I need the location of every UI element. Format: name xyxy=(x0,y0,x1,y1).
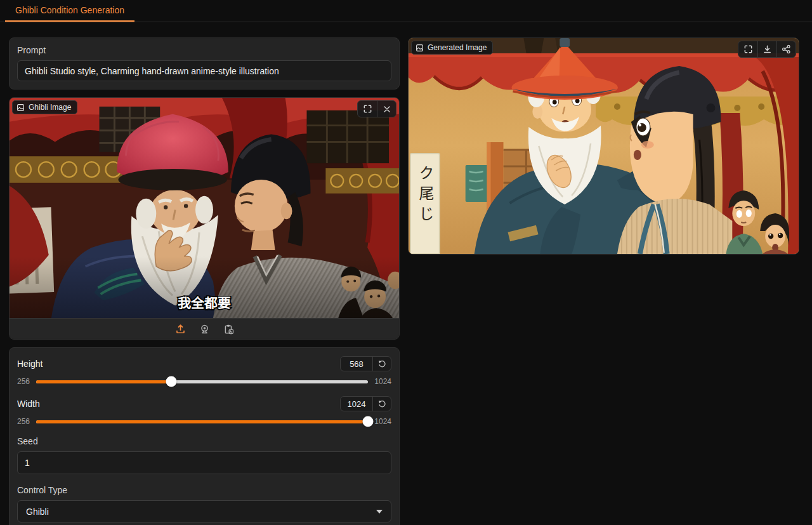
width-slider-track[interactable] xyxy=(36,420,368,423)
height-value-input[interactable] xyxy=(341,357,372,371)
width-slider-thumb[interactable] xyxy=(363,416,374,427)
fullscreen-button[interactable] xyxy=(738,41,757,57)
control-type-dropdown[interactable]: Ghibli xyxy=(17,500,391,522)
width-label: Width xyxy=(17,399,40,409)
ghibli-image-panel: 我全都要 Ghibli Image xyxy=(9,97,400,340)
share-icon xyxy=(782,44,791,54)
width-value-input[interactable] xyxy=(341,397,372,411)
height-reset-button[interactable] xyxy=(372,357,391,371)
ghibli-image-controls xyxy=(357,100,396,117)
upload-icon xyxy=(175,324,186,335)
prompt-input[interactable] xyxy=(17,60,391,81)
fullscreen-icon xyxy=(743,44,753,54)
share-button[interactable] xyxy=(776,41,796,57)
fullscreen-icon xyxy=(363,104,372,114)
generated-image-panel: ク尾じ xyxy=(408,37,799,255)
height-slider-group: Height 256 xyxy=(17,356,391,387)
webcam-icon xyxy=(199,324,210,335)
prompt-panel: Prompt xyxy=(9,37,400,90)
fullscreen-button[interactable] xyxy=(358,101,377,117)
generated-image[interactable]: ク尾じ xyxy=(409,38,799,254)
height-max-label: 1024 xyxy=(374,377,391,386)
height-numbox xyxy=(340,356,391,371)
generated-image-badge: Generated Image xyxy=(411,41,493,55)
height-slider-fill xyxy=(36,380,171,383)
subtitle-text: 我全都要 xyxy=(178,296,231,311)
upload-button[interactable] xyxy=(171,321,189,336)
right-column: ク尾じ xyxy=(408,37,799,255)
main-layout: Prompt xyxy=(0,22,812,525)
width-slider-fill xyxy=(36,420,368,423)
download-icon xyxy=(763,44,772,54)
tab-label: Ghibli Condition Generation xyxy=(15,5,124,15)
image-icon xyxy=(16,103,25,112)
generated-image-controls xyxy=(738,41,796,58)
height-slider-track[interactable] xyxy=(36,380,368,383)
seed-label: Seed xyxy=(17,436,391,446)
tab-ghibli-condition-generation[interactable]: Ghibli Condition Generation xyxy=(5,0,134,22)
ghibli-image-artwork: 我全都要 xyxy=(10,98,399,318)
close-button[interactable] xyxy=(377,101,396,117)
generated-image-artwork: ク尾じ xyxy=(409,38,799,254)
width-max-label: 1024 xyxy=(374,417,391,426)
control-type-value: Ghibli xyxy=(26,507,49,517)
seed-group: Seed xyxy=(17,436,391,474)
download-button[interactable] xyxy=(757,41,776,57)
width-slider-group: Width 256 xyxy=(17,396,391,427)
left-column: Prompt xyxy=(9,37,400,525)
height-min-label: 256 xyxy=(17,377,30,386)
generated-image-badge-label: Generated Image xyxy=(428,43,487,52)
close-icon xyxy=(383,105,391,114)
ghibli-image[interactable]: 我全都要 Ghibli Image xyxy=(10,98,399,318)
control-type-group: Control Type Ghibli xyxy=(17,485,391,522)
width-min-label: 256 xyxy=(17,417,30,426)
paste-image-icon xyxy=(223,324,234,335)
image-icon xyxy=(416,44,424,52)
width-reset-button[interactable] xyxy=(372,397,391,411)
width-numbox xyxy=(340,396,391,411)
control-type-label: Control Type xyxy=(17,485,391,495)
chevron-down-icon xyxy=(376,510,383,514)
settings-panel: Height 256 xyxy=(9,347,400,525)
reset-icon xyxy=(378,360,386,368)
height-slider-thumb[interactable] xyxy=(166,376,176,387)
ghibli-image-badge-label: Ghibli Image xyxy=(29,103,71,112)
seed-input[interactable] xyxy=(17,451,391,474)
reset-icon xyxy=(378,400,386,408)
tab-bar: Ghibli Condition Generation xyxy=(0,0,812,22)
paste-image-button[interactable] xyxy=(219,321,237,336)
height-label: Height xyxy=(17,359,43,369)
prompt-label: Prompt xyxy=(17,45,391,55)
image-source-toolbar xyxy=(10,318,399,339)
ghibli-image-badge: Ghibli Image xyxy=(12,100,77,114)
banner-text: ク尾じ xyxy=(416,165,434,226)
webcam-button[interactable] xyxy=(195,321,213,336)
